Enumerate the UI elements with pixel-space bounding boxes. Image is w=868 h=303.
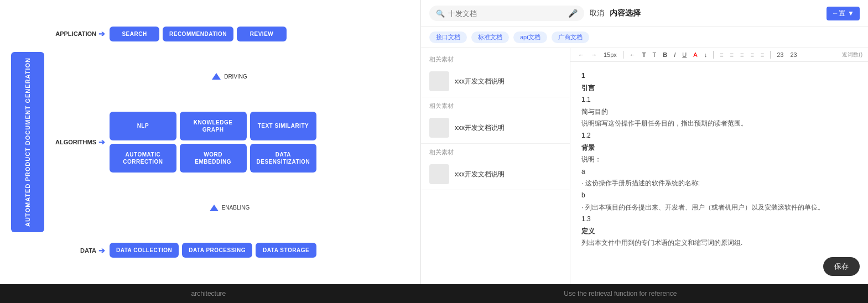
- footer-right: Use the retrieval function for reference: [564, 290, 677, 297]
- toolbar-sep-1: [623, 51, 623, 59]
- driving-section: DRIVING: [50, 72, 409, 81]
- data-label: DATA ➔: [50, 246, 105, 255]
- auto-correction-button[interactable]: AUTOMATIC CORRECTION: [110, 144, 176, 173]
- results-list: 相关素材 xxx开发文档说明 相关素材 xxx开发文档说明 相关素材 xxx开发…: [421, 48, 570, 284]
- driving-label: DRIVING: [224, 74, 247, 80]
- toolbar-list2[interactable]: ≡: [728, 50, 736, 59]
- result-item-1[interactable]: xxx开发文档说明: [421, 66, 570, 97]
- search-icon: 🔍: [436, 9, 445, 18]
- nlp-button[interactable]: NLP: [110, 112, 176, 140]
- enabling-triangle-icon: [210, 205, 219, 211]
- right-body: 相关素材 xxx开发文档说明 相关素材 xxx开发文档说明 相关素材 xxx开发…: [421, 48, 868, 284]
- toolbar-undo[interactable]: ←: [576, 50, 586, 59]
- search-button[interactable]: SEARCH: [110, 27, 159, 41]
- result-text-1: xxx开发文档说明: [455, 77, 505, 86]
- tab-vendor-doc[interactable]: 广商文档: [552, 32, 589, 43]
- review-button[interactable]: REVIEW: [237, 27, 287, 41]
- content-select-title: 内容选择: [610, 8, 641, 18]
- result-section-label-2: 相关素材: [421, 97, 570, 112]
- result-thumb-2: [429, 118, 449, 138]
- enabling-label: ENABLING: [222, 205, 250, 211]
- toolbar-list3[interactable]: ≡: [738, 50, 746, 59]
- content-select-value: ←置: [832, 9, 845, 18]
- result-text-3: xxx开发文档说明: [455, 170, 505, 179]
- footer: architecture Use the retrieval function …: [0, 284, 868, 303]
- toolbar-text-T2[interactable]: T: [651, 50, 659, 59]
- toolbar-list1[interactable]: ≡: [718, 50, 725, 59]
- data-collection-button[interactable]: DATA COLLECTION: [110, 243, 179, 258]
- algorithms-row: ALGORITHMS ➔ NLP KNOWLEDGE GRAPH TEXT SI…: [50, 112, 409, 173]
- toolbar-num1[interactable]: 23: [775, 50, 786, 59]
- doc-editor: ← → 15px ← T T B I U A ↓ ≡ ≡ ≡ ≡: [570, 48, 868, 284]
- arrow-icon: ➔: [98, 29, 105, 38]
- search-input[interactable]: [448, 9, 565, 18]
- data-processing-button[interactable]: DATA PROCESSING: [182, 243, 252, 258]
- algorithms-label: ALGORITHMS ➔: [50, 138, 105, 147]
- doc-line-10: · 这份操作手册所描述的软件系统的名称;: [581, 177, 857, 190]
- toolbar-list5[interactable]: ≡: [758, 50, 766, 59]
- chevron-down-icon: ▼: [848, 9, 854, 17]
- word-embedding-button[interactable]: WORD EMBEDDING: [180, 144, 247, 173]
- toolbar-color[interactable]: A: [691, 50, 699, 59]
- tab-interface-doc[interactable]: 接口文档: [429, 32, 467, 43]
- doc-line-14: 定义: [581, 226, 857, 238]
- toolbar-sep-2: [713, 51, 714, 59]
- footer-left: architecture: [191, 290, 226, 297]
- result-section-label-1: 相关素材: [421, 51, 570, 66]
- data-buttons: DATA COLLECTION DATA PROCESSING DATA STO…: [110, 243, 316, 258]
- result-section-label-3: 相关素材: [421, 144, 570, 159]
- recommendation-button[interactable]: RECOMMENDATION: [163, 27, 233, 41]
- doc-line-13: 1.3: [581, 213, 857, 226]
- right-panel: 🔍 🎤 取消 内容选择 ←置 ▼ 接口文档 标准文档 api文档 广商文档 相关…: [420, 0, 868, 284]
- vertical-label: AUTOMATED PRODUCT DOCUMENT GENERATION: [11, 52, 44, 232]
- data-desensitization-button[interactable]: DATA DESENSITIZATION: [250, 144, 317, 173]
- knowledge-graph-button[interactable]: KNOWLEDGE GRAPH: [180, 112, 247, 140]
- toolbar-down-arrow[interactable]: ↓: [702, 50, 710, 59]
- content-select-dropdown[interactable]: ←置 ▼: [827, 7, 860, 20]
- doc-line-4: 简与目的: [581, 106, 857, 118]
- result-item-2[interactable]: xxx开发文档说明: [421, 112, 570, 144]
- doc-line-2: 引言: [581, 82, 857, 95]
- application-row: APPLICATION ➔ SEARCH RECOMMENDATION REVI…: [50, 27, 409, 41]
- toolbar-fontsize[interactable]: 15px: [601, 50, 619, 59]
- doc-line-9: a: [581, 166, 857, 178]
- cancel-button[interactable]: 取消: [590, 8, 604, 18]
- application-label: APPLICATION ➔: [50, 29, 105, 38]
- enabling-section: ENABLING: [50, 203, 409, 212]
- toolbar-list4[interactable]: ≡: [748, 50, 756, 59]
- doc-line-6: 1.2: [581, 130, 857, 142]
- doc-line-11: b: [581, 190, 857, 202]
- result-thumb-1: [429, 71, 449, 91]
- doc-content: 1 引言 1.1 简与目的 说明编写这份操作手册任务目的，指出预期的读者范围。 …: [570, 62, 868, 284]
- driving-triangle-icon: [212, 73, 221, 80]
- diagram-rows: APPLICATION ➔ SEARCH RECOMMENDATION REVI…: [50, 11, 409, 273]
- tab-standard-doc[interactable]: 标准文档: [471, 32, 509, 43]
- data-storage-button[interactable]: DATA STORAGE: [256, 243, 316, 258]
- tab-api-doc[interactable]: api文档: [513, 32, 547, 43]
- doc-line-8: 说明：: [581, 154, 857, 166]
- result-thumb-3: [429, 164, 449, 184]
- doc-line-12: · 列出本项目的任务提出来、开发者、用户（或者机用户）以及安装滚软件的单位。: [581, 202, 857, 214]
- toolbar-redo[interactable]: →: [589, 50, 599, 59]
- toolbar-underline[interactable]: U: [680, 50, 689, 59]
- mic-icon: 🎤: [568, 9, 578, 18]
- doc-toolbar: ← → 15px ← T T B I U A ↓ ≡ ≡ ≡ ≡: [570, 48, 868, 62]
- arrow-icon: ➔: [98, 246, 105, 255]
- toolbar-sep-3: [770, 51, 771, 59]
- text-similarity-button[interactable]: TEXT SIMILARITY: [250, 112, 317, 140]
- algo-buttons: NLP KNOWLEDGE GRAPH TEXT SIMILARITY AUTO…: [110, 112, 316, 173]
- toolbar-italic[interactable]: I: [672, 50, 678, 59]
- app-buttons: SEARCH RECOMMENDATION REVIEW: [110, 27, 287, 41]
- save-button[interactable]: 保存: [823, 257, 860, 276]
- result-item-3[interactable]: xxx开发文档说明: [421, 159, 570, 190]
- word-count-badge: 近词数(): [842, 51, 862, 59]
- search-input-wrap[interactable]: 🔍 🎤: [429, 6, 584, 21]
- arrow-icon: ➔: [98, 138, 105, 147]
- left-panel: AUTOMATED PRODUCT DOCUMENT GENERATION AP…: [0, 0, 420, 284]
- toolbar-align[interactable]: ←: [627, 50, 638, 59]
- search-bar: 🔍 🎤 取消 内容选择 ←置 ▼: [421, 0, 868, 27]
- toolbar-bold[interactable]: B: [661, 50, 669, 59]
- toolbar-num2[interactable]: 23: [788, 50, 799, 59]
- doc-line-3: 1.1: [581, 94, 857, 106]
- toolbar-text-T1[interactable]: T: [640, 50, 648, 59]
